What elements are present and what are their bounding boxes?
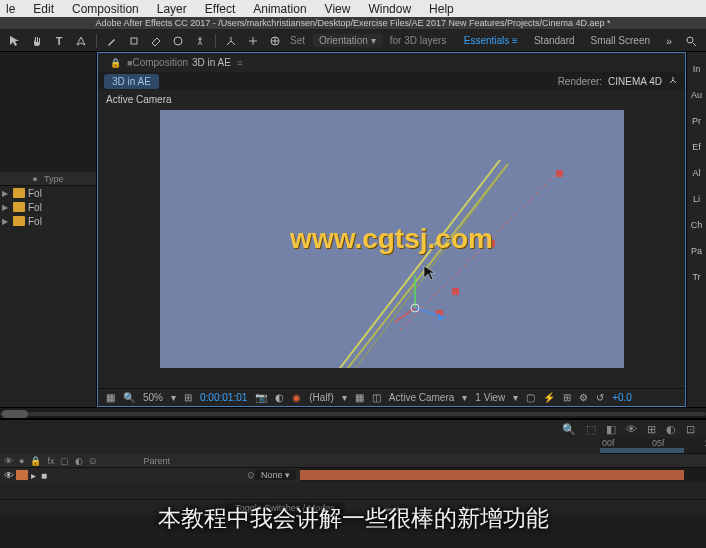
axis-local-icon[interactable]	[223, 33, 239, 49]
selection-tool-icon[interactable]	[7, 33, 23, 49]
resolution-icon[interactable]: ⊞	[184, 392, 192, 403]
folder-icon	[13, 216, 25, 226]
layer-columns-header: 👁 ● 🔒 fx ▢ ◐ ⊙ Parent	[0, 454, 706, 468]
timeline-icon[interactable]: ⊞	[563, 392, 571, 403]
menu-item[interactable]: Edit	[33, 2, 54, 16]
axis-world-icon[interactable]	[245, 33, 261, 49]
resolution-dd[interactable]: (Half)	[309, 392, 333, 403]
panel-resize-strip[interactable]	[0, 407, 706, 419]
view-options-icon[interactable]: ▦	[355, 392, 364, 403]
svg-rect-0	[131, 38, 137, 44]
type-tool-icon[interactable]: T	[51, 33, 67, 49]
active-camera-label: Active Camera	[106, 94, 172, 105]
window-titlebar: Adobe After Effects CC 2017 - /Users/mar…	[0, 17, 706, 30]
layer-duration-bar[interactable]	[300, 470, 684, 480]
fast-preview-icon[interactable]: ⚡	[543, 392, 555, 403]
workspace-menu-icon[interactable]: »	[661, 33, 677, 49]
toggle-switches-button[interactable]: Toggle Switches / Modes	[225, 502, 345, 514]
expand-arrow-icon[interactable]: ▶	[0, 189, 10, 198]
clone-tool-icon[interactable]	[126, 33, 142, 49]
folder-icon	[13, 188, 25, 198]
right-tab[interactable]: Au	[687, 82, 706, 108]
right-tab[interactable]: Tr	[687, 264, 706, 290]
settings-icon[interactable]	[668, 75, 679, 88]
svg-rect-8	[556, 170, 563, 177]
exposure-value[interactable]: +0.0	[612, 392, 632, 403]
parent-dropdown[interactable]: None ▾	[255, 470, 296, 480]
layer-row[interactable]: 👁 ▸ ■ ⊙ None ▾	[0, 468, 706, 482]
magnify-icon[interactable]: 🔍	[123, 392, 135, 403]
hand-tool-icon[interactable]	[29, 33, 45, 49]
zoom-in-icon[interactable]: ▲▬	[463, 503, 481, 513]
search-icon[interactable]: 🔍	[562, 423, 576, 436]
right-panel-tabs: In Au Pr Ef Al Li Ch Pa Tr	[686, 52, 706, 407]
color-icon[interactable]: ◉	[292, 392, 301, 403]
motion-blur-icon[interactable]: ◐	[666, 423, 676, 436]
menu-item[interactable]: Effect	[205, 2, 235, 16]
right-tab[interactable]: Li	[687, 186, 706, 212]
reset-exp-icon[interactable]: ↺	[596, 392, 604, 403]
menu-item[interactable]: Layer	[157, 2, 187, 16]
timecode[interactable]: 0:00:01:01	[200, 392, 247, 403]
comp-tab-prefix: Composition	[132, 57, 188, 68]
comp-mini-flowchart-icon[interactable]: ⬚	[586, 423, 596, 436]
comp-viewport[interactable]: www.cgtsj.com	[160, 110, 624, 368]
right-tab[interactable]: Pa	[687, 238, 706, 264]
item-name: Fol	[28, 202, 42, 213]
right-tab[interactable]: Ch	[687, 212, 706, 238]
separator	[96, 34, 97, 48]
workspace-essentials[interactable]: Essentials ≡	[464, 35, 518, 46]
renderer-value[interactable]: CINEMA 4D	[608, 76, 662, 87]
panel-menu-icon[interactable]: ≡	[237, 58, 242, 68]
project-item[interactable]: ▶ Fol	[0, 214, 96, 228]
view-layout-dd[interactable]: 1 View	[475, 392, 505, 403]
toggle-mask-icon[interactable]: ◫	[372, 392, 381, 403]
right-tab[interactable]: Pr	[687, 108, 706, 134]
puppet-tool-icon[interactable]	[192, 33, 208, 49]
right-tab[interactable]: Al	[687, 160, 706, 186]
svg-rect-10	[452, 288, 459, 295]
draft3d-icon[interactable]: ◧	[606, 423, 616, 436]
frame-blend-icon[interactable]: ⊞	[647, 423, 656, 436]
project-item[interactable]: ▶ Fol	[0, 200, 96, 214]
menu-item[interactable]: Animation	[253, 2, 306, 16]
axis-view-icon[interactable]	[267, 33, 283, 49]
expand-arrow-icon[interactable]: ▶	[0, 217, 10, 226]
project-item[interactable]: ▶ Fol	[0, 186, 96, 200]
channel-icon[interactable]: ◐	[275, 392, 284, 403]
search-icon[interactable]	[683, 33, 699, 49]
workspace-small-screen[interactable]: Small Screen	[591, 35, 650, 46]
menu-item[interactable]: le	[6, 2, 15, 16]
workspace-standard[interactable]: Standard	[534, 35, 575, 46]
right-tab[interactable]: In	[687, 56, 706, 82]
graph-editor-icon[interactable]: ⊡	[686, 423, 695, 436]
right-tab[interactable]: Ef	[687, 134, 706, 160]
for-3d-label: for 3D layers	[390, 35, 447, 46]
pen-tool-icon[interactable]	[73, 33, 89, 49]
menu-item[interactable]: Window	[368, 2, 411, 16]
camera-dd[interactable]: Active Camera	[389, 392, 455, 403]
menu-item[interactable]: Help	[429, 2, 454, 16]
layer-bar-area[interactable]	[300, 468, 706, 482]
orientation-dropdown[interactable]: Orientation ▾	[313, 34, 382, 47]
zoom-out-icon[interactable]: ▬▲	[385, 503, 403, 513]
brush-tool-icon[interactable]	[104, 33, 120, 49]
comp-tab-name[interactable]: 3D in AE	[192, 57, 231, 68]
tab-3d-in-ae[interactable]: 3D in AE	[104, 74, 159, 89]
composition-panel: 🔒 ■ Composition 3D in AE ≡ 3D in AE Rend…	[97, 52, 686, 407]
zoom-value[interactable]: 50%	[143, 392, 163, 403]
menu-item[interactable]: View	[325, 2, 351, 16]
shy-icon[interactable]: 👁	[626, 423, 637, 435]
expand-arrow-icon[interactable]: ▶	[0, 203, 10, 212]
eraser-tool-icon[interactable]	[148, 33, 164, 49]
grid-icon[interactable]: ▦	[106, 392, 115, 403]
snapshot-icon[interactable]: 📷	[255, 392, 267, 403]
roto-tool-icon[interactable]	[170, 33, 186, 49]
pixel-aspect-icon[interactable]: ▢	[526, 392, 535, 403]
work-area-bar[interactable]	[600, 448, 684, 453]
flowchart-icon[interactable]: ⚙	[579, 392, 588, 403]
window-title: Adobe After Effects CC 2017 - /Users/mar…	[95, 18, 610, 28]
menu-item[interactable]: Composition	[72, 2, 139, 16]
lock-icon[interactable]: 🔒	[110, 58, 121, 68]
time-ruler[interactable]: 00f 05f 10f 15f 20f 25f 01:00f 05f	[600, 438, 706, 454]
